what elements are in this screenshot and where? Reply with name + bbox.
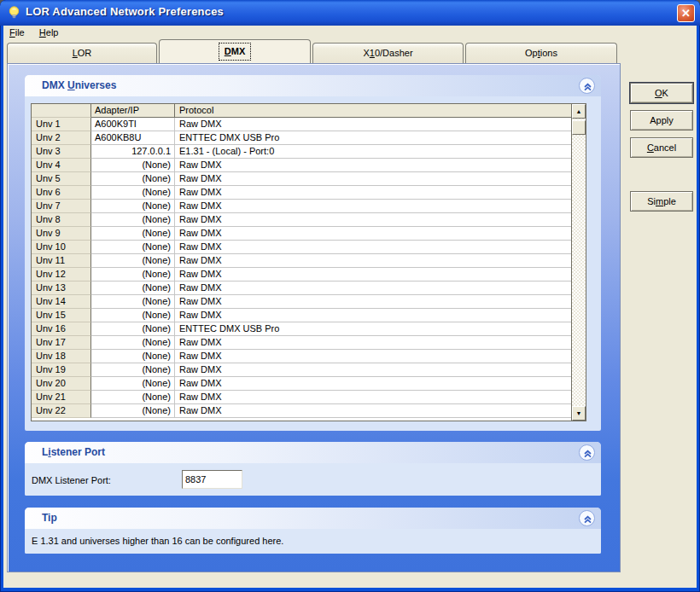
simple-button[interactable]: Simple	[630, 191, 693, 212]
table-row[interactable]: Unv 22 (None) Raw DMX	[32, 404, 571, 418]
row-protocol-cell[interactable]: ENTTEC DMX USB Pro	[175, 131, 571, 145]
row-label-cell[interactable]: Unv 15	[32, 309, 91, 322]
row-protocol-cell[interactable]: Raw DMX	[175, 363, 571, 377]
row-protocol-cell[interactable]: Raw DMX	[175, 227, 571, 241]
collapse-tip-button[interactable]	[579, 510, 595, 526]
row-protocol-cell[interactable]: Raw DMX	[175, 213, 571, 227]
tab-options[interactable]: Options	[465, 43, 617, 63]
row-adapter-cell[interactable]: (None)	[91, 159, 175, 172]
row-adapter-cell[interactable]: (None)	[91, 309, 175, 322]
row-label-cell[interactable]: Unv 17	[32, 336, 91, 350]
row-adapter-cell[interactable]: (None)	[91, 281, 175, 295]
titlebar[interactable]: LOR Advanced Network Preferences ✕	[0, 0, 700, 26]
row-adapter-cell[interactable]: (None)	[91, 268, 175, 281]
row-protocol-cell[interactable]: Raw DMX	[175, 350, 571, 363]
row-label-cell[interactable]: Unv 18	[32, 350, 91, 363]
collapse-listener-button[interactable]	[579, 444, 595, 461]
scroll-down-button[interactable]: ▼	[572, 406, 586, 421]
row-adapter-cell[interactable]: (None)	[91, 241, 175, 254]
row-adapter-cell[interactable]: A600KB8U	[91, 131, 175, 145]
tab-x10-dasher[interactable]: X10/Dasher	[312, 43, 464, 63]
row-adapter-cell[interactable]: (None)	[91, 186, 175, 200]
row-adapter-cell[interactable]: (None)	[91, 200, 175, 213]
cancel-button[interactable]: Cancel	[630, 137, 693, 158]
collapse-universes-button[interactable]	[579, 78, 595, 94]
row-label-cell[interactable]: Unv 5	[32, 172, 91, 186]
row-protocol-cell[interactable]: E1.31 - (Local) - Port:0	[175, 145, 571, 159]
row-adapter-cell[interactable]: (None)	[91, 391, 175, 404]
row-protocol-cell[interactable]: Raw DMX	[175, 336, 571, 350]
row-protocol-cell[interactable]: Raw DMX	[175, 295, 571, 309]
row-protocol-cell[interactable]: Raw DMX	[175, 159, 571, 172]
row-label-cell[interactable]: Unv 20	[32, 377, 91, 391]
table-row[interactable]: Unv 3 127.0.0.1 E1.31 - (Local) - Port:0	[32, 145, 571, 159]
ok-button[interactable]: OK	[630, 83, 693, 103]
table-row[interactable]: Unv 2 A600KB8U ENTTEC DMX USB Pro	[32, 131, 571, 145]
table-row[interactable]: Unv 1 A600K9TI Raw DMX	[32, 118, 571, 131]
row-label-cell[interactable]: Unv 14	[32, 295, 91, 309]
row-label-cell[interactable]: Unv 13	[32, 281, 91, 295]
tab-lor[interactable]: LOR	[7, 43, 157, 63]
row-protocol-cell[interactable]: Raw DMX	[175, 118, 571, 131]
row-adapter-cell[interactable]: 127.0.0.1	[91, 145, 175, 159]
row-protocol-cell[interactable]: Raw DMX	[175, 200, 571, 213]
row-label-cell[interactable]: Unv 21	[32, 391, 91, 404]
row-protocol-cell[interactable]: Raw DMX	[175, 404, 571, 418]
table-row[interactable]: Unv 8 (None) Raw DMX	[32, 213, 571, 227]
row-protocol-cell[interactable]: ENTTEC DMX USB Pro	[175, 322, 571, 336]
table-row[interactable]: Unv 12 (None) Raw DMX	[32, 268, 571, 281]
table-row[interactable]: Unv 10 (None) Raw DMX	[32, 241, 571, 254]
row-adapter-cell[interactable]: (None)	[91, 350, 175, 363]
row-adapter-cell[interactable]: (None)	[91, 377, 175, 391]
row-adapter-cell[interactable]: (None)	[91, 295, 175, 309]
table-row[interactable]: Unv 5 (None) Raw DMX	[32, 172, 571, 186]
table-row[interactable]: Unv 16 (None) ENTTEC DMX USB Pro	[32, 322, 571, 336]
row-protocol-cell[interactable]: Raw DMX	[175, 172, 571, 186]
row-label-cell[interactable]: Unv 7	[32, 200, 91, 213]
table-row[interactable]: Unv 6 (None) Raw DMX	[32, 186, 571, 200]
row-adapter-cell[interactable]: (None)	[91, 172, 175, 186]
row-label-cell[interactable]: Unv 4	[32, 159, 91, 172]
row-label-cell[interactable]: Unv 8	[32, 213, 91, 227]
table-row[interactable]: Unv 4 (None) Raw DMX	[32, 159, 571, 172]
row-label-cell[interactable]: Unv 3	[32, 145, 91, 159]
row-label-cell[interactable]: Unv 12	[32, 268, 91, 281]
scroll-up-button[interactable]: ▲	[572, 104, 586, 119]
row-adapter-cell[interactable]: (None)	[91, 336, 175, 350]
row-label-cell[interactable]: Unv 19	[32, 363, 91, 377]
table-row[interactable]: Unv 19 (None) Raw DMX	[32, 363, 571, 377]
row-protocol-cell[interactable]: Raw DMX	[175, 309, 571, 322]
dmx-listener-port-input[interactable]	[182, 470, 242, 489]
table-row[interactable]: Unv 9 (None) Raw DMX	[32, 227, 571, 241]
row-label-cell[interactable]: Unv 11	[32, 254, 91, 268]
row-adapter-cell[interactable]: A600K9TI	[91, 118, 175, 131]
row-adapter-cell[interactable]: (None)	[91, 363, 175, 377]
row-protocol-cell[interactable]: Raw DMX	[175, 254, 571, 268]
row-label-cell[interactable]: Unv 22	[32, 404, 91, 418]
row-adapter-cell[interactable]: (None)	[91, 254, 175, 268]
apply-button[interactable]: Apply	[630, 110, 693, 131]
row-adapter-cell[interactable]: (None)	[91, 213, 175, 227]
menu-file[interactable]: File	[3, 26, 31, 38]
close-button[interactable]: ✕	[677, 4, 695, 22]
row-label-cell[interactable]: Unv 9	[32, 227, 91, 241]
row-adapter-cell[interactable]: (None)	[91, 227, 175, 241]
table-row[interactable]: Unv 13 (None) Raw DMX	[32, 281, 571, 295]
table-row[interactable]: Unv 18 (None) Raw DMX	[32, 350, 571, 363]
row-adapter-cell[interactable]: (None)	[91, 322, 175, 336]
tab-dmx[interactable]: DMX	[159, 39, 311, 63]
table-row[interactable]: Unv 11 (None) Raw DMX	[32, 254, 571, 268]
table-row[interactable]: Unv 21 (None) Raw DMX	[32, 391, 571, 404]
row-protocol-cell[interactable]: Raw DMX	[175, 268, 571, 281]
row-label-cell[interactable]: Unv 1	[32, 118, 91, 131]
row-protocol-cell[interactable]: Raw DMX	[175, 241, 571, 254]
universe-table-scrollbar[interactable]: ▲ ▼	[571, 104, 586, 421]
table-row[interactable]: Unv 20 (None) Raw DMX	[32, 377, 571, 391]
row-protocol-cell[interactable]: Raw DMX	[175, 186, 571, 200]
table-row[interactable]: Unv 14 (None) Raw DMX	[32, 295, 571, 309]
row-label-cell[interactable]: Unv 6	[32, 186, 91, 200]
table-row[interactable]: Unv 7 (None) Raw DMX	[32, 200, 571, 213]
scrollbar-thumb[interactable]	[572, 120, 586, 135]
row-protocol-cell[interactable]: Raw DMX	[175, 281, 571, 295]
table-row[interactable]: Unv 15 (None) Raw DMX	[32, 309, 571, 322]
